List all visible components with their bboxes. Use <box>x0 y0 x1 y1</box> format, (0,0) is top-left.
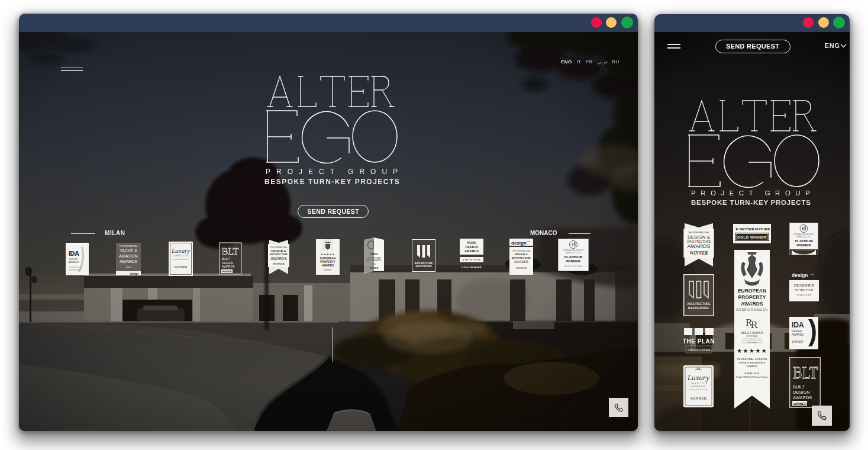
svg-text:BLT: BLT <box>793 362 818 382</box>
svg-text:PROJECT GROUP: PROJECT GROUP <box>691 189 815 197</box>
svg-text:DESIGN &: DESIGN & <box>515 253 528 256</box>
svg-text:ARCHITECTURE: ARCHITECTURE <box>415 262 433 265</box>
svg-text:ARCHITECTURE: ARCHITECTURE <box>687 302 711 306</box>
svg-text:BUILT: BUILT <box>222 257 230 261</box>
svg-text:THE INTERNATIONAL: THE INTERNATIONAL <box>688 232 710 234</box>
svg-text:PRIVATE RESIDENCE: PRIVATE RESIDENCE <box>738 361 765 364</box>
svg-text:2022: 2022 <box>125 265 131 268</box>
svg-text:DESIGN: DESIGN <box>792 330 802 333</box>
svg-text:DESIGN &: DESIGN & <box>271 249 286 253</box>
svg-text:AWARDS: AWARDS <box>688 243 711 249</box>
svg-text:EUROPEAN: EUROPEAN <box>320 257 335 260</box>
svg-text:BESPOKE TURN-KEY PROJECTS: BESPOKE TURN-KEY PROJECTS <box>691 199 811 206</box>
svg-text:SHORTLISTED: SHORTLISTED <box>687 348 709 352</box>
svg-text:BLT: BLT <box>222 246 239 257</box>
svg-text:PLATINUM: PLATINUM <box>795 239 813 243</box>
svg-text:EUROPEAN: EUROPEAN <box>737 288 766 294</box>
svg-text:AWARDS: AWARDS <box>792 333 804 336</box>
svg-text:DESIGN: DESIGN <box>793 390 810 395</box>
svg-text:WINNER: WINNER <box>690 396 706 401</box>
svg-text:★ BETTER FUTURE: ★ BETTER FUTURE <box>463 259 480 261</box>
svg-text:AWARDS: AWARDS <box>222 265 235 268</box>
svg-text:ARCHITECTURE DESIGN: ARCHITECTURE DESIGN <box>795 249 813 252</box>
svg-text:DESIGN &: DESIGN & <box>688 234 711 240</box>
svg-text:AVIATION: AVIATION <box>119 254 138 258</box>
svg-text:OISEAU BLEU: OISEAU BLEU <box>744 372 760 375</box>
svg-text:★★★★★: ★★★★★ <box>321 253 335 256</box>
svg-text:WINNER: WINNER <box>792 340 804 343</box>
svg-text:DESIGN AWARDS: DESIGN AWARDS <box>69 269 83 271</box>
svg-text:PLATINUM: PLATINUM <box>564 255 582 259</box>
svg-text:PROJECT GROUP: PROJECT GROUP <box>266 168 404 176</box>
svg-text:VILLA D'ESTE: VILLA D'ESTE <box>747 341 757 343</box>
svg-text:ROLLS-ROYCE: ROLLS-ROYCE <box>741 331 764 335</box>
svg-text:MASTERPRIZE: MASTERPRIZE <box>415 265 432 268</box>
svg-text:INTERNATIONAL PROPERTY: INTERNATIONAL PROPERTY <box>563 249 584 252</box>
svg-text:DESIGN: DESIGN <box>465 245 477 249</box>
svg-text:AWARDS 2022-2023: AWARDS 2022-2023 <box>566 252 580 254</box>
svg-text:WINNER: WINNER <box>566 259 580 263</box>
svg-text:DESIGNER: DESIGNER <box>793 283 814 288</box>
svg-text:WINNER: WINNER <box>370 267 379 269</box>
svg-text:LIFESTYLE: LIFESTYLE <box>173 255 189 257</box>
svg-text:AWARDS: AWARDS <box>321 264 333 267</box>
svg-text:GOLD WINNER: GOLD WINNER <box>737 234 767 239</box>
svg-text:SBID: SBID <box>370 252 377 256</box>
svg-text:et al: et al <box>811 274 814 276</box>
svg-text:THE INTERNATIONAL: THE INTERNATIONAL <box>119 245 137 247</box>
svg-text:INTERIOR DESIGN: INTERIOR DESIGN <box>736 308 767 311</box>
svg-text:IDA: IDA <box>69 250 79 257</box>
svg-text:ARCHITECTURE DESIGN: ARCHITECTURE DESIGN <box>564 265 582 268</box>
svg-text:OF THE YEAR: OF THE YEAR <box>795 288 813 291</box>
svg-text:design: design <box>792 272 808 278</box>
svg-text:2022: 2022 <box>372 263 376 265</box>
svg-text:WINNER: WINNER <box>796 243 811 247</box>
svg-text:ARCHITECTURE: ARCHITECTURE <box>512 256 531 259</box>
svg-text:DESIGN AWARDS: DESIGN AWARDS <box>366 259 381 262</box>
svg-text:AWARDS: AWARDS <box>69 261 79 263</box>
svg-text:Luxury: Luxury <box>687 373 709 382</box>
svg-text:et al: et al <box>527 240 530 243</box>
svg-text:BESPOKE TURN-KEY PROJECTS: BESPOKE TURN-KEY PROJECTS <box>264 178 400 186</box>
svg-text:MASTERPRIZE: MASTERPRIZE <box>688 306 710 310</box>
svg-text:AWARDS: AWARDS <box>741 301 763 307</box>
svg-text:ARCHITECTURE: ARCHITECTURE <box>270 253 288 256</box>
svg-text:BUILT: BUILT <box>793 384 805 390</box>
svg-text:PROPERTY: PROPERTY <box>738 294 766 300</box>
svg-text:AWARDS: AWARDS <box>119 259 137 263</box>
svg-text:★★★★★: ★★★★★ <box>736 347 767 354</box>
svg-text:WINNER: WINNER <box>222 270 231 273</box>
svg-text:AWARDS: AWARDS <box>464 249 479 253</box>
svg-text:WINNER: WINNER <box>175 265 188 269</box>
svg-text:RESIDENTIAL INTERIOR: RESIDENTIAL INTERIOR <box>737 358 767 361</box>
svg-text:MOTOR CARS: MOTOR CARS <box>746 335 757 338</box>
svg-text:AWARDS: AWARDS <box>514 260 528 263</box>
svg-text:THE INTERNATIONAL: THE INTERNATIONAL <box>512 250 530 252</box>
svg-text:AWARDS 2022-2023: AWARDS 2022-2023 <box>796 236 811 238</box>
svg-text:FRANCE: FRANCE <box>746 365 757 368</box>
svg-text:GOLD WINNER: GOLD WINNER <box>462 266 482 269</box>
svg-text:WINNER: WINNER <box>690 250 708 256</box>
svg-text:by ALTER EGO Project Group: by ALTER EGO Project Group <box>736 375 768 378</box>
svg-text:design: design <box>130 272 138 275</box>
svg-text:AWARDS: AWARDS <box>691 385 706 387</box>
svg-text:THE PLAN: THE PLAN <box>683 338 715 345</box>
svg-text:Luxury: Luxury <box>171 247 190 254</box>
svg-text:ARCHITECTURE: ARCHITECTURE <box>687 240 711 243</box>
svg-text:AWARDS: AWARDS <box>793 395 812 400</box>
svg-text:INTERNATIONAL PROPERTY: INTERNATIONAL PROPERTY <box>793 233 814 236</box>
svg-text:IDA: IDA <box>792 321 804 329</box>
svg-text:WINNER: WINNER <box>273 262 285 265</box>
svg-text:★ BETTER FUTURE: ★ BETTER FUTURE <box>735 227 770 231</box>
svg-text:PARIS: PARIS <box>467 241 477 245</box>
svg-text:AWARDS: AWARDS <box>270 256 286 261</box>
svg-text:THE INTERNATIONAL: THE INTERNATIONAL <box>270 246 287 249</box>
svg-text:DESIGN: DESIGN <box>222 261 234 265</box>
svg-text:design: design <box>511 240 527 246</box>
svg-text:WINNER: WINNER <box>324 269 332 271</box>
svg-text:FINALIST: FINALIST <box>796 294 811 297</box>
svg-text:PROPERTY: PROPERTY <box>320 261 335 263</box>
svg-text:WINNER: WINNER <box>793 401 806 405</box>
svg-text:R: R <box>751 319 758 330</box>
svg-text:YACHT &: YACHT & <box>120 249 137 253</box>
